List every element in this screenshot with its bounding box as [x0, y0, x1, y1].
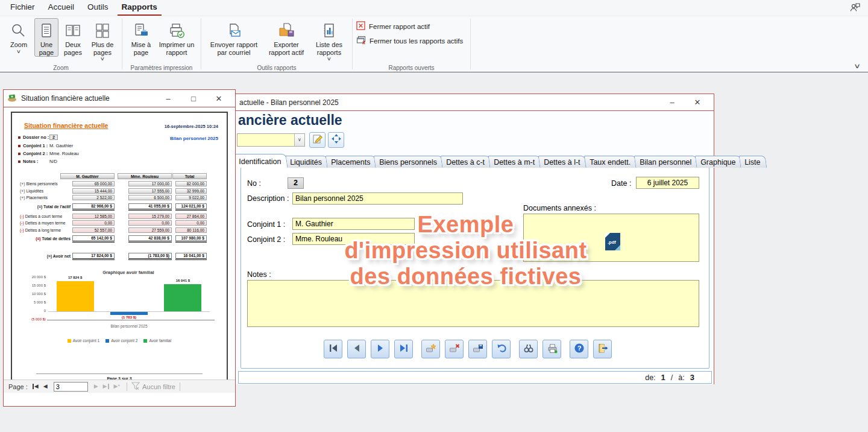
one-page-button[interactable]: Une page	[34, 18, 58, 57]
magnifier-icon	[10, 21, 27, 41]
first-button[interactable]	[324, 340, 342, 358]
ribbon: Zoom ∨ Une page Deux pages Plus de	[0, 16, 868, 72]
form-heading: ancière actuelle	[238, 112, 342, 129]
two-pages-button[interactable]: Deux pages	[60, 18, 86, 57]
collapse-ribbon-chevron-icon[interactable]: ∨	[854, 62, 861, 70]
form-tab-identification[interactable]: Identification	[233, 154, 288, 168]
delete-record-icon	[449, 343, 460, 356]
conjoint2-field[interactable]: Mme. Rouleau	[292, 233, 415, 245]
bar-value-label: (1 783 $)	[105, 316, 153, 319]
form-window-titlebar[interactable]: actuelle - Bilan personnel 2025 – ✕	[236, 94, 714, 111]
family-net-worth-chart: Graphique avoir familial20 000 $15 000 $…	[12, 113, 227, 388]
previous-icon	[351, 343, 362, 356]
record-selector-combobox[interactable]: ∨	[237, 133, 305, 147]
next-page-button[interactable]: ▶	[94, 384, 98, 389]
previous-page-button[interactable]: ◀	[43, 384, 48, 389]
exit-button[interactable]	[593, 340, 612, 358]
two-pages-label: Deux pages	[60, 41, 86, 56]
page-setup-button[interactable]: Mise à page	[127, 18, 156, 57]
notes-field[interactable]	[247, 280, 699, 327]
find-button[interactable]	[519, 340, 538, 358]
delete-record-button[interactable]	[445, 340, 464, 358]
form-tab-dettes-m-t[interactable]: Dettes à m-t	[488, 156, 542, 168]
tab-label: Taux endett.	[590, 158, 631, 167]
help-button[interactable]: ?	[570, 340, 588, 358]
next-button[interactable]	[371, 340, 389, 358]
form-tab-graphique[interactable]: Graphique	[695, 156, 743, 168]
report-window-titlebar[interactable]: Situation financière actuelle – □ ✕	[4, 90, 235, 107]
documents-field[interactable]: .pdf	[523, 214, 699, 262]
new-page-button[interactable]: ▶*	[114, 384, 120, 389]
chart-legend: Avoir conjoint 1Avoir conjoint 2Avoir fa…	[12, 338, 227, 343]
form-tab-dettes-c-t[interactable]: Dettes à c-t	[441, 156, 492, 168]
print-report-button[interactable]: Imprimer un rapport	[157, 18, 197, 57]
new-record-icon	[426, 343, 436, 356]
ribbon-tab-rapports[interactable]: Rapports	[118, 0, 162, 16]
date-field[interactable]: 6 juillet 2025	[636, 177, 699, 189]
legend-swatch-icon	[143, 339, 147, 343]
minimize-button[interactable]: –	[659, 98, 685, 107]
legend-item: Avoir conjoint 1	[68, 338, 99, 343]
last-button[interactable]	[394, 340, 413, 358]
form-tabstrip: IdentificationLiquiditésPlacementsBiens …	[234, 153, 765, 168]
report-list-button[interactable]: Liste des rapports ∨	[310, 18, 348, 62]
ribbon-tab-accueil[interactable]: Accueil	[44, 0, 79, 16]
undo-icon	[496, 343, 507, 356]
zoom-button[interactable]: Zoom ∨	[4, 18, 33, 55]
save-record-button[interactable]	[468, 340, 487, 358]
help-icon: ?	[574, 343, 585, 356]
form-tab-liste[interactable]: Liste	[739, 156, 767, 168]
pdf-attachment-icon[interactable]: .pdf	[605, 232, 621, 252]
chart-bar-2	[110, 312, 148, 315]
close-button[interactable]: ✕	[685, 98, 710, 107]
form-tab-placements[interactable]: Placements	[326, 156, 377, 168]
close-active-label: Fermer rapport actif	[369, 23, 430, 30]
form-body: ancière actuelle ∨ IdentificationLiquidi…	[236, 111, 714, 384]
form-tab-bilan-personnel[interactable]: Bilan personnel	[634, 156, 698, 168]
edit-button[interactable]	[309, 132, 326, 148]
date-label: Date :	[611, 179, 631, 188]
legend-label: Avoir conjoint 2	[111, 338, 137, 343]
conjoint1-field[interactable]: M. Gauthier	[292, 218, 415, 230]
form-tab-liquidit-s[interactable]: Liquidités	[285, 156, 329, 168]
description-field[interactable]: Bilan personnel 2025	[292, 192, 463, 205]
maximize-button[interactable]: □	[181, 94, 206, 103]
find-icon	[523, 343, 534, 356]
filter-status-label[interactable]: Aucun filtre	[142, 383, 175, 390]
page-number-input[interactable]	[54, 382, 88, 392]
exit-icon	[597, 343, 608, 356]
share-person-icon[interactable]	[849, 2, 861, 14]
separator	[180, 383, 180, 391]
notes-label: Notes :	[247, 270, 271, 279]
last-page-button[interactable]: ▶	[103, 384, 109, 389]
no-label: No :	[247, 179, 261, 188]
description-label: Description :	[247, 194, 289, 203]
print-button[interactable]	[542, 340, 561, 358]
form-tab-taux-endett-[interactable]: Taux endett.	[583, 156, 637, 168]
close-button[interactable]: ✕	[206, 94, 231, 103]
first-page-button[interactable]: ◀	[33, 384, 39, 389]
report-page-navbar: Page : ◀ ◀ ▶ ▶ ▶* Aucun filtre	[4, 380, 235, 393]
form-tab-biens-personnels[interactable]: Biens personnels	[374, 156, 444, 168]
funnel-icon[interactable]	[131, 382, 140, 391]
group-label-report-tools: Outils rapports	[201, 65, 352, 71]
manage-attachments-button[interactable]	[328, 132, 344, 148]
ribbon-tab-outils[interactable]: Outils	[83, 0, 113, 16]
minimize-button[interactable]: –	[156, 94, 181, 103]
more-pages-button[interactable]: Plus de pages ∨	[87, 18, 118, 62]
ribbon-tab-fichier[interactable]: Fichier	[6, 0, 39, 16]
form-tab-dettes-l-t[interactable]: Dettes à l-t	[538, 156, 587, 168]
svg-text:.pdf: .pdf	[608, 240, 616, 245]
close-active-report-button[interactable]: Fermer rapport actif	[356, 21, 430, 31]
previous-button[interactable]	[347, 340, 366, 358]
chevron-down-icon[interactable]: ∨	[294, 134, 304, 146]
send-report-email-button[interactable]: Envoyer rapport par courriel	[206, 18, 262, 57]
undo-button[interactable]	[492, 340, 511, 358]
new-record-button[interactable]	[421, 340, 440, 358]
next-icon	[375, 343, 386, 356]
close-all-reports-button[interactable]: Fermer tous les rapports actifs	[356, 36, 463, 46]
page-nav-label: Page :	[8, 383, 28, 390]
export-report-button[interactable]: Exporter rapport actif	[263, 18, 309, 57]
bar-value-label: 16 041 $	[159, 279, 207, 282]
print-report-label: Imprimer un rapport	[157, 41, 196, 56]
